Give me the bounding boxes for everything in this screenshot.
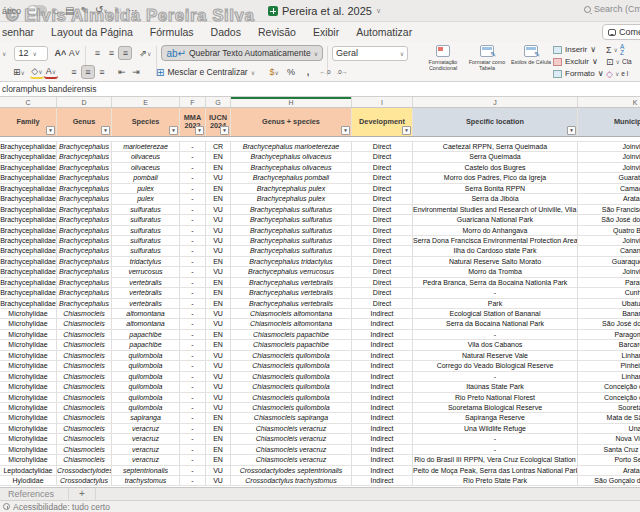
cell-genus[interactable]: Brachycephalus bbox=[57, 163, 112, 172]
cell-development[interactable]: Direct bbox=[352, 226, 413, 235]
cell-municipality[interactable]: Conceição da Barra bbox=[578, 382, 640, 391]
cell-genus[interactable]: Chiasmocleis bbox=[57, 445, 112, 454]
cell-development[interactable]: Indirect bbox=[352, 309, 413, 318]
cell-genus[interactable]: Brachycephalus bbox=[57, 215, 112, 224]
cell-mma-status[interactable]: - bbox=[180, 194, 206, 203]
cell-municipality[interactable]: Quatro Barras bbox=[578, 226, 640, 235]
cell-municipality[interactable]: Linhares bbox=[578, 372, 640, 381]
cell-mma-status[interactable]: - bbox=[180, 152, 206, 161]
cell-specific-location[interactable]: Castelo dos Bugres bbox=[413, 163, 578, 172]
cell-genus[interactable]: Crossodactylus bbox=[57, 476, 112, 485]
cell-development[interactable]: Direct bbox=[352, 184, 413, 193]
cell-genus-species[interactable]: Chiasmocleis veracruz bbox=[231, 434, 352, 443]
cell-species[interactable]: altomontana bbox=[112, 309, 180, 318]
autosave-toggle[interactable] bbox=[27, 5, 47, 16]
cell-family[interactable]: Microhylidae bbox=[0, 382, 57, 391]
cell-species[interactable]: veracruz bbox=[112, 424, 180, 433]
cell-genus[interactable]: Brachycephalus bbox=[57, 278, 112, 287]
cell-iucn-status[interactable]: EN bbox=[206, 413, 231, 422]
cell-family[interactable]: Microhylidae bbox=[0, 403, 57, 412]
cell-mma-status[interactable]: - bbox=[180, 267, 206, 276]
cell-species[interactable]: quilombola bbox=[112, 393, 180, 402]
cell-mma-status[interactable]: - bbox=[180, 278, 206, 287]
filter-button[interactable]: ▾ bbox=[101, 126, 110, 135]
cell-genus-species[interactable]: Chiasmocleis veracruz bbox=[231, 424, 352, 433]
cell-family[interactable]: Brachycephalidae bbox=[0, 205, 57, 214]
cell-mma-status[interactable]: - bbox=[180, 226, 206, 235]
cell-specific-location[interactable]: - bbox=[413, 288, 578, 297]
cell-development[interactable]: Indirect bbox=[352, 330, 413, 339]
cell-family[interactable]: Microhylidae bbox=[0, 413, 57, 422]
cell-family[interactable]: Brachycephalidae bbox=[0, 267, 57, 276]
cell-municipality[interactable]: Camacan bbox=[578, 184, 640, 193]
cell-development[interactable]: Indirect bbox=[352, 424, 413, 433]
cell-species[interactable]: olivaceus bbox=[112, 163, 180, 172]
cell-species[interactable]: tridactylus bbox=[112, 257, 180, 266]
cell-genus-species[interactable]: Chiasmocleis quilombola bbox=[231, 403, 352, 412]
cell-genus-species[interactable]: Chiasmocleis sapiranga bbox=[231, 413, 352, 422]
cell-specific-location[interactable]: Morro da Tromba bbox=[413, 267, 578, 276]
cell-species[interactable]: veracruz bbox=[112, 455, 180, 464]
cell-species[interactable]: pulex bbox=[112, 194, 180, 203]
cell-development[interactable]: Indirect bbox=[352, 466, 413, 475]
cell-species[interactable]: vertebralis bbox=[112, 278, 180, 287]
cell-municipality[interactable]: Joinville bbox=[578, 163, 640, 172]
font-name-dropdown-clipped[interactable]: ∨ bbox=[2, 50, 6, 57]
cell-municipality[interactable]: Porto Seguro bbox=[578, 455, 640, 464]
cell-species[interactable]: marioeterezae bbox=[112, 142, 180, 151]
header-cell-iucn-2024[interactable]: IUCN 2024▾ bbox=[206, 108, 231, 136]
cell-genus[interactable]: Brachycephalus bbox=[57, 246, 112, 255]
cell-species[interactable]: sulfuratus bbox=[112, 236, 180, 245]
cell-genus-species[interactable]: Brachycephalus pulex bbox=[231, 184, 352, 193]
redo-icon[interactable]: ↻ bbox=[114, 6, 122, 16]
cell-specific-location[interactable]: Rio do Brasil III RPPN, Vera Cruz Ecolog… bbox=[413, 455, 578, 464]
cell-municipality[interactable]: São José dos Pinhais bbox=[578, 215, 640, 224]
cell-genus-species[interactable]: Brachycephalus olivaceus bbox=[231, 163, 352, 172]
cell-genus-species[interactable]: Brachycephalus sulfuratus bbox=[231, 246, 352, 255]
cell-genus-species[interactable]: Brachycephalus marioeterezae bbox=[231, 142, 352, 151]
align-center-icon[interactable]: ≡ bbox=[81, 65, 95, 79]
cell-genus-species[interactable]: Brachycephalus pulex bbox=[231, 194, 352, 203]
cell-specific-location[interactable]: Natural Reserve Vale bbox=[413, 351, 578, 360]
cell-species[interactable]: altomontana bbox=[112, 319, 180, 328]
cell-development[interactable]: Direct bbox=[352, 205, 413, 214]
cell-development[interactable]: Indirect bbox=[352, 445, 413, 454]
cell-genus-species[interactable]: Brachycephalus sulfuratus bbox=[231, 236, 352, 245]
cell-mma-status[interactable]: - bbox=[180, 330, 206, 339]
cell-mma-status[interactable]: - bbox=[180, 340, 206, 349]
cell-mma-status[interactable]: - bbox=[180, 142, 206, 151]
cell-species[interactable]: vertebralis bbox=[112, 299, 180, 308]
cell-genus[interactable]: Chiasmocleis bbox=[57, 382, 112, 391]
cell-municipality[interactable]: Paraty bbox=[578, 278, 640, 287]
header-cell-species[interactable]: Species▾ bbox=[112, 108, 180, 136]
format-as-table-button[interactable]: ✎ Formatar como Tabela bbox=[468, 44, 506, 80]
cell-mma-status[interactable]: - bbox=[180, 184, 206, 193]
tab-exibir[interactable]: Exibir bbox=[313, 26, 339, 38]
cell-species[interactable]: sulfuratus bbox=[112, 215, 180, 224]
cell-genus[interactable]: Brachycephalus bbox=[57, 173, 112, 182]
cell-family[interactable]: Microhylidae bbox=[0, 455, 57, 464]
increase-decimal-icon[interactable]: ←.0 bbox=[318, 65, 332, 79]
increase-font-icon[interactable]: A˄ bbox=[53, 46, 67, 60]
cell-genus-species[interactable]: Chiasmocleis veracruz bbox=[231, 455, 352, 464]
cell-iucn-status[interactable]: VU bbox=[206, 361, 231, 370]
autosum-button[interactable]: Σ∨AZ bbox=[606, 44, 640, 55]
cell-family[interactable]: Microhylidae bbox=[0, 351, 57, 360]
clear-button[interactable]: ◇∨e l bbox=[606, 68, 640, 79]
cell-genus[interactable]: Chiasmocleis bbox=[57, 340, 112, 349]
column-header-J[interactable]: J bbox=[413, 97, 578, 108]
cell-iucn-status[interactable]: EN bbox=[206, 184, 231, 193]
cell-family[interactable]: Brachycephalidae bbox=[0, 288, 57, 297]
filter-button[interactable]: ▾ bbox=[220, 126, 229, 135]
cell-municipality[interactable]: Bananal bbox=[578, 309, 640, 318]
cell-species[interactable]: trachystomus bbox=[112, 476, 180, 485]
cell-mma-status[interactable]: - bbox=[180, 466, 206, 475]
cell-iucn-status[interactable]: VU bbox=[206, 205, 231, 214]
cell-specific-location[interactable]: Guaricana National Park bbox=[413, 215, 578, 224]
cell-genus[interactable]: Crossodactylodes bbox=[57, 466, 112, 475]
cell-genus-species[interactable]: Brachycephalus tridactylus bbox=[231, 257, 352, 266]
cell-mma-status[interactable]: - bbox=[180, 236, 206, 245]
cell-species[interactable]: olivaceus bbox=[112, 152, 180, 161]
cell-municipality[interactable]: São José do Barreiro bbox=[578, 319, 640, 328]
cell-specific-location[interactable]: Corrego do Veado Biological Reserve bbox=[413, 361, 578, 370]
